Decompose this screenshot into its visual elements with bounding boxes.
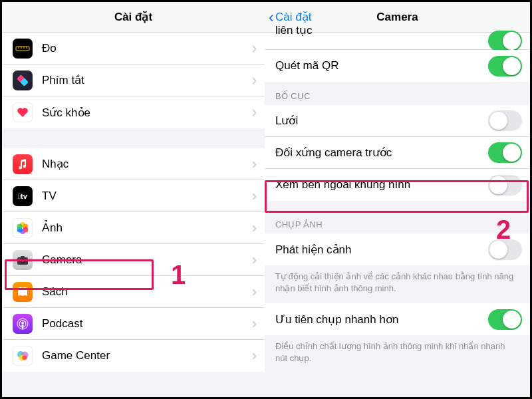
chevron-right-icon: › <box>252 285 257 299</box>
annotation-2: 2 <box>496 215 511 245</box>
svg-point-12 <box>17 223 23 229</box>
faster-shooting-footer: Điều chỉnh chất lượng hình ảnh thông min… <box>265 335 530 373</box>
row-grid-label: Lưới <box>275 114 488 128</box>
row-faster-shooting[interactable]: Ưu tiên chụp nhanh hơn <box>265 303 530 335</box>
row-grid[interactable]: Lưới <box>265 105 530 137</box>
row-health-label: Sức khỏe <box>42 106 252 120</box>
annotation-1: 1 <box>171 260 186 290</box>
svg-rect-0 <box>16 47 29 51</box>
row-shortcuts-label: Phím tắt <box>42 73 252 87</box>
row-gamecenter-label: Game Center <box>42 349 252 362</box>
row-scene-detection[interactable]: Phát hiện cảnh <box>265 233 530 265</box>
row-faster-label: Ưu tiên chụp nhanh hơn <box>275 313 488 327</box>
chevron-right-icon: › <box>252 317 257 331</box>
books-icon <box>13 282 33 302</box>
camera-settings-pane: ‹ Cài đặt Camera liên tục Quét mã QR BỐ … <box>265 2 530 397</box>
chevron-left-icon: ‹ <box>269 9 274 25</box>
camera-title: Camera <box>376 11 418 24</box>
row-view-outside-frame[interactable]: Xem bên ngoài khung hình <box>265 169 530 201</box>
row-podcast[interactable]: Podcast › <box>2 308 265 340</box>
row-books-label: Sách <box>42 285 252 299</box>
toggle-partial[interactable] <box>488 31 522 51</box>
camera-icon <box>13 250 33 270</box>
measure-icon <box>13 39 33 59</box>
svg-point-19 <box>21 321 24 324</box>
toggle-faster-shooting[interactable] <box>488 309 522 330</box>
row-photos-label: Ảnh <box>42 221 252 235</box>
row-scan-qr-label: Quét mã QR <box>275 59 488 72</box>
row-photos[interactable]: Ảnh › <box>2 212 265 244</box>
chevron-right-icon: › <box>252 105 257 120</box>
row-tv[interactable]: tv TV › <box>2 180 265 212</box>
row-tv-label: TV <box>42 190 252 203</box>
row-view-outside-label: Xem bên ngoài khung hình <box>275 178 488 192</box>
music-icon <box>13 154 33 174</box>
back-label: Cài đặt <box>275 10 311 24</box>
row-gamecenter[interactable]: Game Center › <box>2 340 265 372</box>
chevron-right-icon: › <box>252 189 257 203</box>
tv-icon: tv <box>13 186 33 206</box>
row-health[interactable]: Sức khỏe › <box>2 96 265 128</box>
toggle-scan-qr[interactable] <box>488 56 522 76</box>
toggle-mirror-front[interactable] <box>488 142 522 163</box>
settings-section-1: Đo › Phím tắt › Sức khỏe › <box>2 33 265 128</box>
section-layout-header: BỐ CỤC <box>265 82 530 105</box>
section-gap <box>2 128 265 148</box>
row-measure[interactable]: Đo › <box>2 33 265 65</box>
svg-point-23 <box>23 356 27 360</box>
row-books[interactable]: Sách › <box>2 276 265 308</box>
row-mirror-front[interactable]: Đối xứng camera trước <box>265 137 530 169</box>
chevron-right-icon: › <box>252 157 257 172</box>
camera-list[interactable]: liên tục Quét mã QR BỐ CỤC Lưới Đối xứng… <box>265 33 530 373</box>
chevron-right-icon: › <box>252 73 257 88</box>
tutorial-frame: Cài đặt Đo › Phím tắt › <box>0 0 532 399</box>
row-music[interactable]: Nhạc › <box>2 148 265 180</box>
health-icon <box>13 102 33 122</box>
chevron-right-icon: › <box>252 221 257 235</box>
svg-point-16 <box>21 259 24 262</box>
row-partial-label: liên tục <box>275 23 488 37</box>
photos-icon <box>13 218 33 238</box>
shortcuts-icon <box>13 70 33 90</box>
gamecenter-icon <box>13 346 33 366</box>
section-capture-header: CHỤP ẢNH <box>265 201 530 233</box>
toggle-view-outside-frame[interactable] <box>488 175 522 196</box>
scene-detection-footer: Tự động cải thiện ảnh về các cảnh khác n… <box>265 265 530 303</box>
row-scan-qr[interactable]: Quét mã QR <box>265 50 530 82</box>
row-camera-label: Camera <box>42 253 252 267</box>
row-partial-cut[interactable]: liên tục <box>265 33 530 50</box>
row-scene-label: Phát hiện cảnh <box>275 243 488 257</box>
chevron-right-icon: › <box>252 348 257 363</box>
chevron-right-icon: › <box>252 253 257 267</box>
row-mirror-label: Đối xứng camera trước <box>275 146 488 160</box>
settings-list[interactable]: Đo › Phím tắt › Sức khỏe › <box>2 33 265 372</box>
svg-rect-14 <box>21 256 25 258</box>
row-camera[interactable]: Camera › <box>2 244 265 276</box>
row-music-label: Nhạc <box>42 157 252 171</box>
settings-header: Cài đặt <box>2 2 265 33</box>
row-shortcuts[interactable]: Phím tắt › <box>2 65 265 96</box>
row-measure-label: Đo <box>42 42 252 55</box>
row-podcast-label: Podcast <box>42 317 252 331</box>
podcast-icon <box>13 314 33 334</box>
settings-title: Cài đặt <box>114 10 152 24</box>
settings-section-2: Nhạc › tv TV › Ảnh › <box>2 148 265 372</box>
chevron-right-icon: › <box>252 41 257 56</box>
toggle-grid[interactable] <box>488 110 522 131</box>
settings-pane: Cài đặt Đo › Phím tắt › <box>2 2 267 397</box>
